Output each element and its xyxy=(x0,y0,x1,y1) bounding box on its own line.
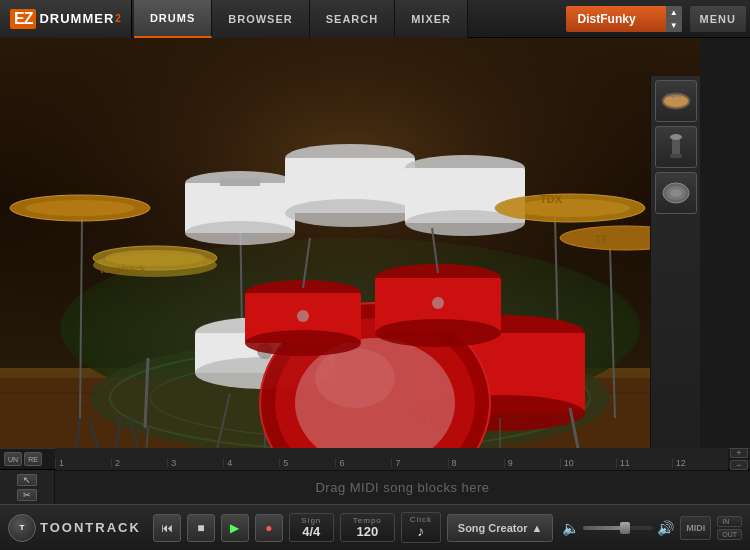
preset-up-arrow[interactable]: ▲ xyxy=(666,6,682,19)
nav-tabs: DRUMS BROWSER SEARCH MIXER xyxy=(134,0,468,38)
logo-version: 2 xyxy=(115,13,121,24)
tab-browser[interactable]: BROWSER xyxy=(212,0,309,38)
svg-point-31 xyxy=(285,199,415,227)
ruler-mark-1: 1 xyxy=(55,458,111,468)
time-signature-display: Sign 4/4 xyxy=(289,513,334,542)
svg-point-68 xyxy=(245,330,361,356)
bottom-bar: T TOONTRACK ⏮ ■ ▶ ● Sign 4/4 Tempo 120 C… xyxy=(0,504,750,550)
play-button[interactable]: ▶ xyxy=(221,514,249,542)
svg-text:fingers: fingers xyxy=(666,92,682,98)
logo-ez: EZ xyxy=(10,9,36,29)
midi-button[interactable]: MIDI xyxy=(680,516,711,540)
rewind-button[interactable]: ⏮ xyxy=(153,514,181,542)
svg-point-61 xyxy=(315,348,395,408)
zoom-in-button[interactable]: + xyxy=(730,448,748,458)
logo-drummer: DRUMMER xyxy=(39,11,114,26)
click-icon: ♪ xyxy=(417,524,424,539)
top-bar: EZ DRUMMER 2 DRUMS BROWSER SEARCH MIXER … xyxy=(0,0,750,38)
svg-point-80 xyxy=(670,134,682,140)
drum-kit-area: toontrack TDX xyxy=(0,38,700,448)
ruler-mark-10: 10 xyxy=(560,458,616,468)
volume-slider-area: 🔈 🔊 xyxy=(562,520,674,536)
svg-point-74 xyxy=(432,297,444,309)
drag-midi-text: Drag MIDI song blocks here xyxy=(315,480,489,495)
preset-down-arrow[interactable]: ▼ xyxy=(666,19,682,32)
volume-thumb[interactable] xyxy=(620,522,630,534)
drum-icon-1[interactable]: fingers xyxy=(655,80,697,122)
ruler-mark-4: 4 xyxy=(223,458,279,468)
record-button[interactable]: ● xyxy=(255,514,283,542)
svg-point-75 xyxy=(297,310,309,322)
scissors-tool[interactable]: ✂ xyxy=(17,489,37,501)
volume-slider[interactable] xyxy=(583,526,653,530)
svg-point-23 xyxy=(25,200,135,216)
volume-high-icon: 🔊 xyxy=(657,520,674,536)
song-creator-label: Song Creator xyxy=(458,522,528,534)
tempo-value: 120 xyxy=(356,525,378,539)
preset-arrows[interactable]: ▲ ▼ xyxy=(666,6,682,32)
tab-drums[interactable]: DRUMS xyxy=(134,0,212,38)
tab-mixer[interactable]: MIXER xyxy=(395,0,468,38)
drum-kit-svg: toontrack TDX xyxy=(0,38,700,448)
ruler-mark-2: 2 xyxy=(111,458,167,468)
sign-value: 4/4 xyxy=(302,525,320,539)
ruler-mark-12: 12 xyxy=(672,458,728,468)
song-area: Drag MIDI song blocks here xyxy=(55,470,750,504)
timeline-controls: UN RE xyxy=(0,452,55,466)
undo-button[interactable]: UN xyxy=(4,452,22,466)
click-display[interactable]: Click ♪ xyxy=(401,512,441,542)
timeline-bar: UN RE 1 2 3 4 5 6 7 8 9 10 11 12 + − xyxy=(0,448,750,470)
song-creator-arrow: ▲ xyxy=(532,522,543,534)
select-tool[interactable]: ↖ xyxy=(17,474,37,486)
drum-icon-2[interactable] xyxy=(655,126,697,168)
ruler-mark-8: 8 xyxy=(448,458,504,468)
song-creator-button[interactable]: Song Creator ▲ xyxy=(447,514,554,542)
logo-area: EZ DRUMMER 2 xyxy=(0,0,132,38)
toontrack-circle: T xyxy=(8,514,36,542)
ruler-mark-6: 6 xyxy=(335,458,391,468)
ruler-mark-11: 11 xyxy=(616,458,672,468)
stop-button[interactable]: ■ xyxy=(187,514,215,542)
drum-icon-3[interactable] xyxy=(655,172,697,214)
ruler-mark-7: 7 xyxy=(391,458,447,468)
ruler-mark-5: 5 xyxy=(279,458,335,468)
ruler-mark-3: 3 xyxy=(167,458,223,468)
volume-low-icon: 🔈 xyxy=(562,520,579,536)
out-button[interactable]: OUT xyxy=(717,529,742,540)
svg-point-84 xyxy=(670,189,682,197)
svg-point-27 xyxy=(185,221,295,245)
volume-fill xyxy=(583,526,625,530)
timeline-ruler[interactable]: 1 2 3 4 5 6 7 8 9 10 11 12 xyxy=(55,448,728,470)
svg-text:TT: TT xyxy=(595,234,607,245)
left-tools: ↖ ✂ xyxy=(0,470,55,504)
redo-button[interactable]: RE xyxy=(24,452,42,466)
toontrack-text: TOONTRACK xyxy=(40,520,141,535)
ruler-mark-9: 9 xyxy=(504,458,560,468)
zoom-out-button[interactable]: − xyxy=(730,460,748,470)
svg-point-72 xyxy=(375,319,501,347)
svg-point-38 xyxy=(510,199,630,217)
svg-rect-28 xyxy=(220,178,260,186)
svg-rect-81 xyxy=(670,154,682,158)
in-button[interactable]: IN xyxy=(717,516,742,527)
preset-name[interactable]: DistFunky xyxy=(566,6,666,32)
toontrack-logo: T TOONTRACK xyxy=(8,514,141,542)
preset-area: DistFunky ▲ ▼ MENU xyxy=(566,0,746,38)
in-out-buttons: IN OUT xyxy=(717,516,742,540)
right-panel: fingers xyxy=(650,76,700,448)
svg-text:TDX: TDX xyxy=(540,193,563,205)
ruler-numbers: 1 2 3 4 5 6 7 8 9 10 11 12 xyxy=(55,448,728,470)
tempo-display[interactable]: Tempo 120 xyxy=(340,513,395,542)
tab-search[interactable]: SEARCH xyxy=(310,0,395,38)
svg-text:toontrack: toontrack xyxy=(100,264,146,275)
menu-button[interactable]: MENU xyxy=(690,6,746,32)
